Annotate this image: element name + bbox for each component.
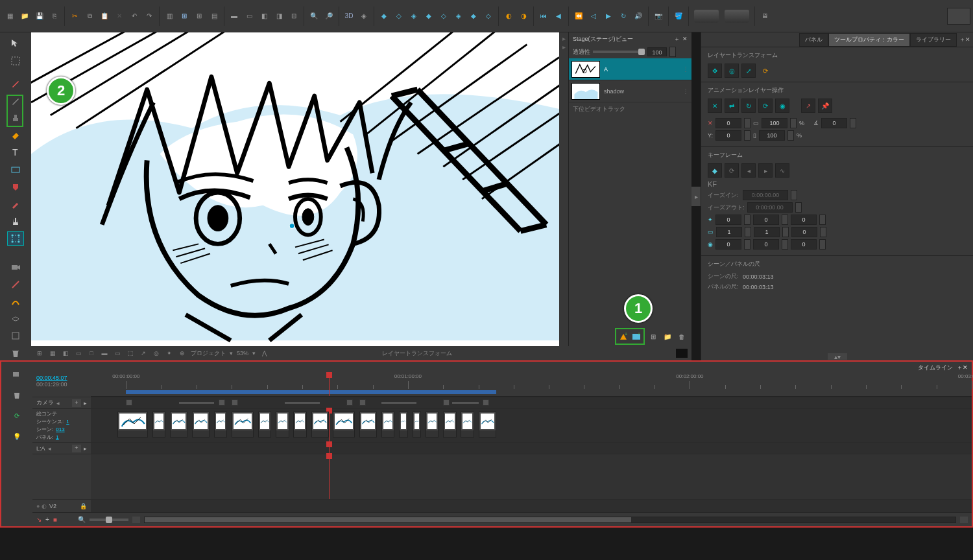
- empty-track-area[interactable]: [91, 454, 972, 499]
- play-first-icon[interactable]: ⏮: [536, 9, 551, 23]
- tl-trash-tool[interactable]: [8, 386, 25, 403]
- redo-icon[interactable]: ↷: [142, 9, 156, 23]
- view4-icon[interactable]: ◨: [272, 9, 286, 23]
- scene-val[interactable]: 013: [56, 426, 64, 432]
- kf-ease-icon[interactable]: ∿: [775, 163, 789, 178]
- la-add-icon[interactable]: +: [72, 445, 81, 452]
- tl-camera-tool[interactable]: [8, 366, 25, 382]
- sb-icon-1[interactable]: ⊞: [35, 349, 44, 358]
- timeline-panel[interactable]: [117, 412, 149, 438]
- panel-z-icon[interactable]: ◆: [466, 9, 481, 23]
- ease-out-field[interactable]: 0:00:00.00: [747, 202, 793, 213]
- kf-next-icon[interactable]: ▸: [758, 163, 773, 178]
- copy-icon[interactable]: ⧉: [82, 9, 97, 23]
- timeline-panel[interactable]: [152, 412, 165, 438]
- sb-icon-7[interactable]: ▭: [113, 349, 122, 358]
- range-bar[interactable]: [126, 390, 496, 394]
- seq-val[interactable]: 1: [66, 419, 69, 425]
- collapse-up-icon[interactable]: ▴▾: [828, 353, 847, 360]
- panel-val[interactable]: 1: [56, 434, 58, 440]
- sb-icon-9[interactable]: ↗: [139, 349, 148, 358]
- panel-del-icon[interactable]: ◆: [422, 9, 436, 23]
- tab-panel[interactable]: パネル: [799, 33, 828, 47]
- play-icon[interactable]: ▶: [601, 9, 616, 23]
- tab-library[interactable]: ライブラリー: [910, 33, 957, 47]
- timeline-scrollbar[interactable]: [144, 517, 956, 523]
- cube-icon[interactable]: ◈: [357, 9, 371, 23]
- layer-item-shadow[interactable]: shadow ⋮: [569, 80, 691, 102]
- x-field[interactable]: 0: [715, 118, 741, 128]
- grid-icon[interactable]: ▥: [162, 9, 176, 23]
- panel-y-icon[interactable]: ◈: [451, 9, 466, 23]
- ease-in-field[interactable]: 0:00:00.00: [743, 190, 788, 200]
- canvas[interactable]: 2: [31, 32, 559, 346]
- tl-zoom-icon[interactable]: 🔍: [78, 516, 86, 523]
- play-prev-icon[interactable]: ◀: [551, 9, 566, 23]
- op2-icon[interactable]: ⇄: [725, 99, 739, 113]
- line-tool[interactable]: [7, 277, 24, 292]
- trash-icon[interactable]: 🗑: [676, 331, 688, 342]
- panel-w-icon[interactable]: ◇: [481, 9, 496, 23]
- scroll-left-icon[interactable]: [132, 517, 140, 523]
- group-layer-icon[interactable]: ⊞: [647, 331, 659, 342]
- 3d-icon[interactable]: 3D: [342, 9, 356, 23]
- tl-close-icon[interactable]: ✕: [963, 364, 968, 371]
- timeline-panel[interactable]: [192, 412, 210, 438]
- scale-icon[interactable]: ⤢: [741, 64, 756, 78]
- cut-icon[interactable]: ✂: [67, 9, 82, 23]
- aspect-icon[interactable]: ⊞: [177, 9, 191, 23]
- hand-tool[interactable]: [7, 214, 24, 228]
- color-swatch[interactable]: [676, 349, 688, 358]
- angle-field[interactable]: 0: [821, 118, 847, 128]
- tl-b2-icon[interactable]: +: [45, 516, 49, 523]
- sb-icon-10[interactable]: ◎: [152, 349, 161, 358]
- sb-icon-6[interactable]: ▬: [100, 349, 109, 358]
- cam2-icon[interactable]: ◑: [516, 9, 531, 23]
- sb-icon-11[interactable]: ✦: [165, 349, 174, 358]
- view3-icon[interactable]: ◧: [257, 9, 271, 23]
- paste-icon[interactable]: 📋: [97, 9, 112, 23]
- rect2-tool[interactable]: [7, 329, 24, 343]
- opacity-slider[interactable]: [593, 51, 645, 53]
- timeline-panel[interactable]: [413, 412, 422, 438]
- lock-icon-2[interactable]: ⋮: [682, 88, 689, 95]
- op7-icon[interactable]: 📌: [818, 99, 832, 113]
- folder-icon[interactable]: 📁: [662, 331, 673, 342]
- y-field[interactable]: 0: [715, 130, 741, 141]
- rotate-icon[interactable]: ◎: [725, 64, 739, 78]
- camera-track[interactable]: [91, 397, 972, 408]
- save-icon[interactable]: 💾: [32, 9, 47, 23]
- camera-tool[interactable]: [7, 260, 24, 274]
- sb-icon-13[interactable]: ⋀: [259, 349, 269, 358]
- tab-tool-props[interactable]: ツールプロパティ：カラー: [828, 33, 910, 47]
- layer-item-a[interactable]: A ⋮: [569, 58, 691, 80]
- panel-x-icon[interactable]: ✕: [965, 36, 970, 43]
- sb-icon-8[interactable]: ⬚: [126, 349, 135, 358]
- side-arrow-icon[interactable]: ▸: [562, 35, 566, 42]
- panel-add-icon[interactable]: ◆: [377, 9, 391, 23]
- thumbs-icon[interactable]: ▤: [207, 9, 221, 23]
- panel-close-icon[interactable]: ✕: [682, 36, 688, 42]
- rect-tool[interactable]: [7, 163, 24, 177]
- reset-icon[interactable]: ⟳: [758, 64, 773, 78]
- w-field[interactable]: 100: [762, 118, 787, 128]
- timeline-panel[interactable]: [276, 412, 289, 438]
- zoom-in-icon[interactable]: 🔍: [307, 9, 321, 23]
- timeline-panel[interactable]: [333, 412, 355, 438]
- op5-icon[interactable]: ◉: [775, 99, 789, 113]
- loop-icon[interactable]: ↻: [616, 9, 631, 23]
- timeline-panel[interactable]: [381, 412, 394, 438]
- tl-plus-icon[interactable]: ＋: [957, 364, 963, 372]
- file-open-icon[interactable]: 📁: [18, 9, 32, 23]
- tl-b3-icon[interactable]: ■: [53, 516, 57, 523]
- paint-tool[interactable]: [7, 180, 24, 194]
- cam1-icon[interactable]: ◐: [501, 9, 516, 23]
- text-tool[interactable]: T: [7, 145, 24, 159]
- save-all-icon[interactable]: ⎘: [47, 9, 62, 23]
- side-arrow2-icon[interactable]: ▸: [562, 43, 566, 51]
- kf-prev-icon[interactable]: ◂: [741, 163, 756, 178]
- op4-icon[interactable]: ⟳: [758, 99, 773, 113]
- lock-icon[interactable]: ⋮: [682, 65, 689, 73]
- tl-reload-tool[interactable]: ⟳: [8, 407, 25, 424]
- timeline-ruler[interactable]: 00:00:00:0000:01:00:0000:02:00:0000:03:0…: [91, 373, 972, 397]
